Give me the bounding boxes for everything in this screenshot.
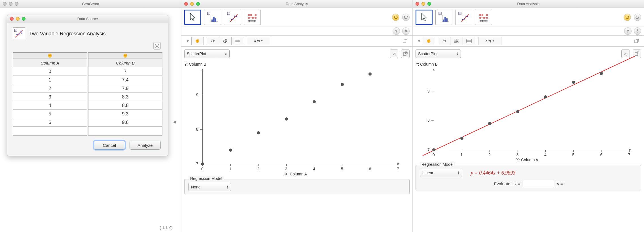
dialog-titlebar: Data Source	[7, 15, 168, 23]
traffic-zoom-icon[interactable]	[196, 2, 200, 6]
popout-button[interactable]	[633, 50, 641, 58]
model-dropdown[interactable]: Linear ▲▼	[420, 169, 462, 177]
dropdown-icon[interactable]: ▼	[184, 39, 191, 43]
table-cell[interactable]: 7.4	[88, 76, 162, 84]
sigma-button[interactable]: Σx	[438, 37, 450, 45]
table-cell[interactable]: 5	[13, 110, 87, 118]
table-cell[interactable]	[88, 127, 162, 135]
swap-axes-button[interactable]: X ⇆ Y	[247, 37, 270, 45]
settings-button[interactable]	[634, 27, 641, 35]
traffic-min-icon[interactable]	[421, 2, 425, 6]
svg-rect-73	[459, 13, 460, 13]
svg-rect-76	[460, 14, 461, 14]
scatter-plot[interactable]: ▲▶01234567789X: Column A	[188, 68, 404, 175]
gear-button[interactable]	[153, 42, 161, 50]
scatter-plot-with-regression[interactable]: ▲▶01234567789X: Column A	[420, 68, 635, 161]
help-button[interactable]: ?	[393, 27, 400, 35]
plot-type-label: ScatterPlot	[187, 51, 206, 56]
table-cell[interactable]: 2	[13, 84, 87, 93]
table-cell[interactable]: 1	[13, 76, 87, 84]
hand-tool[interactable]: ✊	[423, 37, 435, 45]
table-cell[interactable]: 7.9	[88, 84, 162, 93]
traffic-zoom-icon[interactable]	[22, 17, 26, 21]
table-cell[interactable]: 8.8	[88, 101, 162, 110]
histogram-tool[interactable]	[435, 10, 452, 25]
analyze-button[interactable]: Analyze	[130, 141, 161, 150]
col-b-header: Column B	[88, 59, 162, 67]
sigma-button[interactable]: Σx	[207, 37, 219, 45]
help-button[interactable]: ?	[624, 27, 632, 35]
redo-button[interactable]	[634, 14, 641, 21]
histogram-icon	[438, 12, 450, 23]
table-cell[interactable]: 0	[13, 67, 87, 76]
cancel-button[interactable]: Cancel	[94, 141, 125, 150]
traffic-close-icon[interactable]	[10, 17, 14, 21]
table-cell[interactable]: 6	[13, 118, 87, 127]
svg-rect-61	[403, 53, 406, 55]
split-button[interactable]	[232, 37, 244, 45]
traffic-min-icon[interactable]	[16, 17, 20, 21]
traffic-zoom-icon[interactable]	[15, 2, 18, 6]
svg-rect-29	[227, 12, 230, 15]
svg-rect-103	[635, 40, 637, 43]
table-cell[interactable]: 3	[13, 93, 87, 101]
swap-axes-button[interactable]: X ⇆ Y	[478, 37, 501, 45]
split-icon	[466, 39, 472, 43]
model-dropdown[interactable]: None ▲▼	[188, 183, 231, 191]
back-view-button[interactable]: ◁	[390, 50, 398, 58]
dropdown-icon[interactable]: ▼	[416, 39, 423, 43]
table-cell[interactable]: 4	[13, 101, 87, 110]
cursor-icon	[420, 12, 428, 22]
svg-line-17	[158, 44, 159, 45]
x-equals-label: x =	[514, 181, 520, 186]
evaluate-x-input[interactable]	[523, 180, 554, 187]
redo-icon	[404, 15, 408, 20]
svg-rect-30	[228, 13, 228, 13]
histogram-tool[interactable]	[204, 10, 221, 25]
traffic-zoom-icon[interactable]	[427, 2, 431, 6]
grab-handle-icon[interactable]: ✊	[13, 53, 87, 59]
settings-button[interactable]	[402, 27, 410, 35]
table-cell[interactable]: 7	[88, 67, 162, 76]
y-equals-label: y =	[557, 181, 563, 186]
detach-icon	[403, 39, 407, 43]
popout-icon	[635, 51, 639, 56]
svg-line-16	[158, 47, 159, 48]
popout-button[interactable]	[401, 50, 410, 58]
plot-type-dropdown[interactable]: ScatterPlot ▲▼	[416, 50, 461, 58]
detach-icon	[634, 39, 639, 43]
svg-point-10	[156, 45, 158, 47]
regression-tool[interactable]	[455, 10, 472, 25]
table-cell[interactable]: 8.3	[88, 93, 162, 101]
data-button[interactable]: 123345	[219, 37, 232, 45]
traffic-close-icon[interactable]	[3, 2, 7, 6]
panel-collapse-icon[interactable]: ▶	[173, 120, 176, 125]
regression-tool[interactable]	[224, 10, 241, 25]
redo-button[interactable]	[402, 14, 410, 21]
traffic-min-icon[interactable]	[9, 2, 12, 6]
table-cell[interactable]: 9.6	[88, 118, 162, 127]
undo-button[interactable]	[392, 14, 399, 21]
data-button[interactable]: 123345	[450, 37, 463, 45]
table-cell[interactable]: 9.3	[88, 110, 162, 118]
svg-point-35	[231, 19, 232, 20]
multivariable-tool[interactable]	[475, 10, 492, 25]
traffic-close-icon[interactable]	[184, 2, 188, 6]
plot-type-dropdown[interactable]: ScatterPlot ▲▼	[184, 50, 230, 58]
hand-tool[interactable]: ✊	[191, 37, 204, 45]
undo-button[interactable]	[624, 14, 631, 21]
split-button[interactable]	[463, 37, 475, 45]
traffic-close-icon[interactable]	[416, 2, 419, 6]
grab-handle-icon[interactable]: ✊	[88, 53, 162, 59]
multivariable-tool[interactable]	[244, 10, 261, 25]
pointer-tool[interactable]	[416, 10, 433, 25]
back-view-button[interactable]: ◁	[621, 50, 630, 58]
svg-point-8	[20, 31, 22, 32]
pointer-tool[interactable]	[184, 10, 201, 25]
traffic-min-icon[interactable]	[190, 2, 194, 6]
detach-button[interactable]	[632, 37, 641, 45]
svg-rect-26	[211, 20, 213, 22]
model-label: None	[191, 185, 200, 189]
table-cell[interactable]	[13, 127, 87, 135]
detach-button[interactable]	[401, 37, 410, 45]
